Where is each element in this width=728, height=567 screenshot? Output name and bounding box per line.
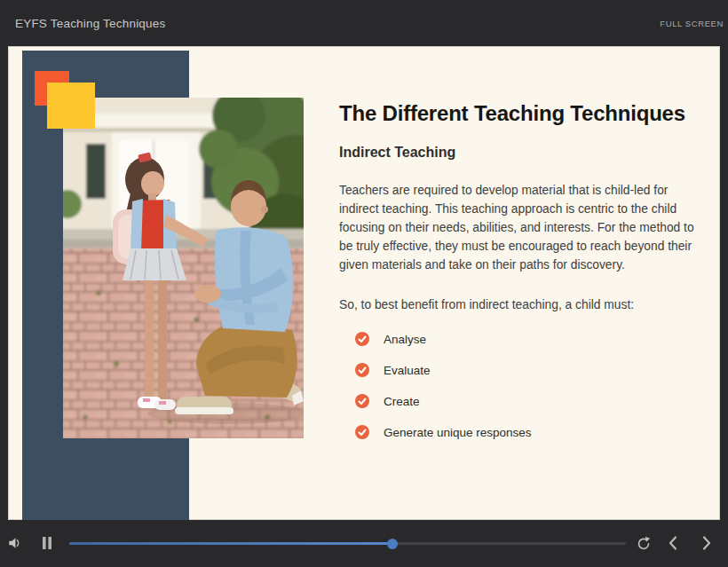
- list-item: Generate unique responses: [355, 425, 703, 439]
- decor-yellow-square: [47, 83, 95, 129]
- previous-button[interactable]: [667, 535, 679, 551]
- course-title: EYFS Teaching Techniques: [0, 17, 165, 30]
- list-item-label: Generate unique responses: [384, 426, 532, 439]
- pause-button[interactable]: [41, 536, 53, 550]
- replay-button[interactable]: [635, 534, 653, 552]
- check-icon: [355, 363, 369, 377]
- list-intro: So, to best benefit from indirect teachi…: [339, 295, 703, 314]
- chevron-left-icon: [667, 540, 679, 554]
- next-button[interactable]: [700, 535, 713, 551]
- topbar: EYFS Teaching Techniques FULL SCREEN: [0, 0, 728, 46]
- check-icon: [355, 425, 369, 439]
- slide-photo: [63, 98, 304, 438]
- list-item: Evaluate: [355, 363, 703, 377]
- speaker-icon: [6, 540, 23, 554]
- playbar: [0, 520, 728, 567]
- check-icon: [355, 394, 369, 408]
- list-item: Create: [355, 394, 703, 408]
- check-icon: [355, 332, 369, 346]
- fullscreen-button[interactable]: FULL SCREEN: [649, 13, 728, 34]
- progress-handle[interactable]: [387, 539, 398, 549]
- course-player: EYFS Teaching Techniques FULL SCREEN: [0, 0, 728, 567]
- slide-content: The Different Teaching Techniques Indire…: [339, 89, 703, 439]
- slide-title: The Different Teaching Techniques: [339, 99, 703, 128]
- volume-button[interactable]: [6, 535, 23, 551]
- checklist: Analyse Evaluate Create: [339, 332, 703, 439]
- pause-icon: [41, 539, 53, 553]
- progress-fill: [69, 542, 392, 545]
- list-item-label: Analyse: [384, 333, 426, 346]
- slide: The Different Teaching Techniques Indire…: [8, 46, 720, 520]
- slide-paragraph: Teachers are required to develop materia…: [339, 181, 696, 274]
- progress-bar[interactable]: [69, 542, 626, 545]
- slide-subtitle: Indirect Teaching: [339, 143, 703, 162]
- replay-icon: [635, 541, 653, 555]
- list-item-label: Create: [384, 395, 420, 408]
- chevron-right-icon: [700, 540, 713, 554]
- list-item: Analyse: [355, 332, 703, 346]
- list-item-label: Evaluate: [384, 364, 431, 377]
